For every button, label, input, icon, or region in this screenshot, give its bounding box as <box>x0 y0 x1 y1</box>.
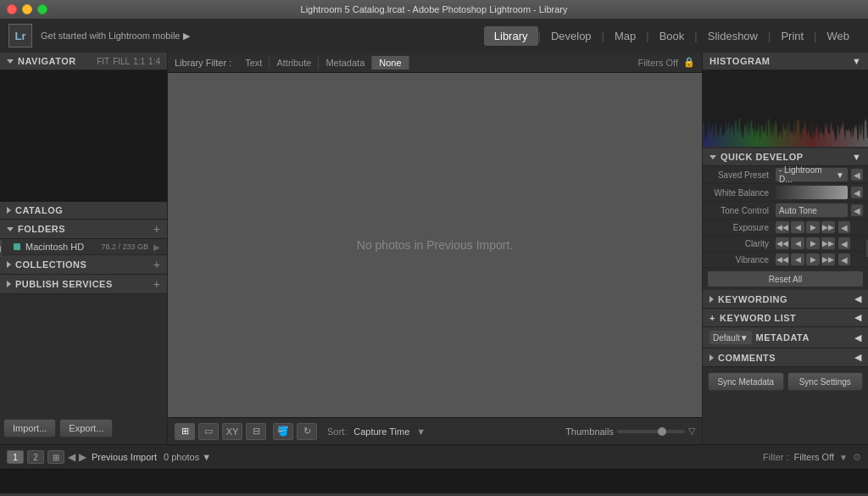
catalog-header[interactable]: Catalog <box>0 202 167 220</box>
nav-print[interactable]: Print <box>771 26 814 46</box>
navigator-header[interactable]: Navigator FIT FILL 1:1 1:4 <box>0 53 167 70</box>
qd-vibrance-inc[interactable]: ▶ <box>806 254 820 265</box>
filmstrip-prev-arrow[interactable]: ◀ <box>68 451 75 463</box>
sync-settings-button[interactable]: Sync Settings <box>787 372 864 391</box>
qd-clarity-dec-large[interactable]: ◀◀ <box>776 237 789 249</box>
folder-item-macintosh[interactable]: Macintosh HD 78.2 / 233 GB ▶ <box>0 239 167 255</box>
navigator-zoom-1to4[interactable]: 1:4 <box>148 57 160 66</box>
import-button[interactable]: Import... <box>3 419 56 437</box>
mobile-prompt[interactable]: Get started with Lightroom mobile ▶ <box>41 31 190 42</box>
sort-direction-icon[interactable]: ▼ <box>416 426 426 437</box>
qd-vibrance-dec[interactable]: ◀ <box>791 254 804 265</box>
thumbnail-size-slider[interactable] <box>617 430 685 433</box>
histogram-header[interactable]: Histogram ▼ <box>703 53 868 70</box>
filter-right-settings[interactable]: ⚙ <box>853 452 861 463</box>
folder-color-icon <box>14 243 20 250</box>
comments-header[interactable]: Comments ◀ <box>703 348 868 367</box>
keyword-list-section: + Keyword List ◀ <box>703 309 868 327</box>
previous-import-label[interactable]: Previous Import <box>92 452 157 462</box>
qd-exposure-inc[interactable]: ▶ <box>806 221 820 233</box>
filter-tab-metadata[interactable]: Metadata <box>319 56 372 70</box>
collections-header-left[interactable]: Collections <box>7 259 86 270</box>
export-button[interactable]: Export... <box>59 419 113 437</box>
qd-saved-preset-select[interactable]: - Lightroom D... ▼ <box>776 168 848 181</box>
keywording-header[interactable]: Keywording ◀ <box>703 290 868 309</box>
collections-title: Collections <box>15 259 86 270</box>
slider-min-icon: ▽ <box>688 426 695 437</box>
folders-header-left[interactable]: Folders <box>7 224 65 234</box>
quick-develop-header[interactable]: Quick Develop ▼ <box>703 148 868 166</box>
metadata-preset-select[interactable]: Default ▼ <box>709 331 752 344</box>
left-panel-collapse[interactable]: ◀ <box>0 240 2 257</box>
qd-tone-control-select[interactable]: Auto Tone <box>776 203 848 217</box>
nav-map[interactable]: Map <box>604 26 646 46</box>
maximize-button[interactable] <box>37 4 47 14</box>
close-button[interactable] <box>7 4 17 14</box>
publish-services-header-left[interactable]: Publish Services <box>7 279 113 289</box>
nav-library[interactable]: Library <box>484 26 538 46</box>
metadata-title: Metadata <box>756 332 810 343</box>
bottom-toolbar: ⊞ ▭ XY ⊟ 🪣 ↻ Sort: Capture Time ▼ Thumbn… <box>168 417 702 444</box>
view-compare-button[interactable]: XY <box>222 423 242 440</box>
folders-add-button[interactable]: + <box>153 223 160 235</box>
qd-clarity-inc-large[interactable]: ▶▶ <box>821 237 835 249</box>
navigator-zoom-fill[interactable]: FILL <box>113 57 130 66</box>
qd-clarity-reset[interactable]: ◀ <box>838 237 850 249</box>
metadata-header[interactable]: Default ▼ Metadata ◀ <box>703 327 868 348</box>
collections-triangle <box>7 261 11 268</box>
filter-tab-none[interactable]: None <box>372 56 409 70</box>
filter-right-value[interactable]: Filters Off <box>794 452 834 462</box>
spray-can-button[interactable]: 🪣 <box>273 423 293 440</box>
qd-exposure-reset[interactable]: ◀ <box>838 221 850 233</box>
qd-white-balance-reset[interactable]: ◀ <box>851 187 863 198</box>
qd-clarity-buttons: ◀◀ ◀ ▶ ▶▶ <box>776 237 835 249</box>
keyword-list-add[interactable]: + <box>709 313 715 323</box>
view-survey-button[interactable]: ⊟ <box>246 423 266 440</box>
qd-tone-control-reset[interactable]: ◀ <box>851 204 863 216</box>
keyword-list-title: Keyword List <box>720 313 796 323</box>
keywording-title: Keywording <box>718 294 787 304</box>
qd-clarity-inc[interactable]: ▶ <box>806 237 820 249</box>
qd-vibrance-inc-large[interactable]: ▶▶ <box>821 254 835 265</box>
filter-right-arrow[interactable]: ▼ <box>839 453 848 462</box>
publish-services-header: Publish Services + <box>0 275 167 294</box>
qd-exposure-inc-large[interactable]: ▶▶ <box>821 221 835 233</box>
nav-develop[interactable]: Develop <box>541 26 602 46</box>
qd-vibrance-dec-large[interactable]: ◀◀ <box>776 254 789 265</box>
minimize-button[interactable] <box>22 4 32 14</box>
qd-exposure-dec[interactable]: ◀ <box>791 221 804 233</box>
navigator-zoom-1to1[interactable]: 1:1 <box>133 57 145 66</box>
nav-book[interactable]: Book <box>649 26 695 46</box>
filter-tab-text[interactable]: Text <box>238 56 270 70</box>
filter-tab-attribute[interactable]: Attribute <box>270 56 319 70</box>
filter-lock-icon[interactable]: 🔒 <box>683 57 695 68</box>
publish-services-add-button[interactable]: + <box>153 278 160 290</box>
filmstrip-area <box>0 469 868 493</box>
filmstrip-page-2[interactable]: 2 <box>27 450 44 464</box>
qd-clarity-dec[interactable]: ◀ <box>791 237 804 249</box>
sort-value[interactable]: Capture Time <box>353 426 409 437</box>
keywording-triangle <box>709 296 714 303</box>
no-photos-message: No photos in Previous Import. <box>357 238 513 252</box>
qd-vibrance-reset[interactable]: ◀ <box>838 254 850 265</box>
histogram-title: Histogram <box>709 56 771 66</box>
qd-exposure-dec-large[interactable]: ◀◀ <box>776 221 789 233</box>
nav-web[interactable]: Web <box>817 26 860 46</box>
sync-metadata-button[interactable]: Sync Metadata <box>708 372 784 391</box>
filmstrip-page-1[interactable]: 1 <box>7 450 24 464</box>
navigator-zoom-fit[interactable]: FIT <box>97 57 109 66</box>
rotate-button[interactable]: ↻ <box>297 423 317 440</box>
folder-expand-arrow[interactable]: ▶ <box>153 242 160 252</box>
view-loupe-button[interactable]: ▭ <box>198 423 219 440</box>
nav-links: Library | Develop | Map | Book | Slidesh… <box>484 26 860 46</box>
nav-slideshow[interactable]: Slideshow <box>698 26 768 46</box>
filmstrip-next-arrow[interactable]: ▶ <box>79 451 86 463</box>
filmstrip-grid-btn[interactable]: ⊞ <box>47 450 64 464</box>
keyword-list-header[interactable]: + Keyword List ◀ <box>703 309 868 327</box>
qd-saved-preset-reset[interactable]: ◀ <box>851 169 863 181</box>
reset-all-button[interactable]: Reset All <box>708 271 863 287</box>
collections-add-button[interactable]: + <box>153 259 160 270</box>
qd-saved-preset-row: Saved Preset - Lightroom D... ▼ ◀ <box>703 166 868 184</box>
photo-count[interactable]: 0 photos ▼ <box>164 452 211 462</box>
view-grid-button[interactable]: ⊞ <box>175 423 195 440</box>
